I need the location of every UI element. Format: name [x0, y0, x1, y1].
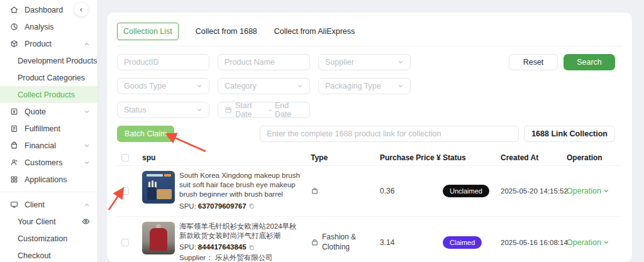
- product-title: 海军领羊毛针织衫女欧洲站2024早秋新款欧货女装时尚洋气打底衫潮: [179, 222, 303, 241]
- sidebar-item-label: Product: [25, 40, 52, 48]
- sidebar-item-financial[interactable]: Financial: [0, 137, 97, 154]
- sidebar-item-your-client[interactable]: Your Client: [0, 213, 97, 230]
- chevron-down-icon: [603, 239, 609, 246]
- home-icon: [10, 6, 19, 14]
- operation-dropdown[interactable]: Operation: [567, 187, 622, 195]
- financial-icon: [10, 141, 19, 150]
- category-select[interactable]: Category: [218, 78, 310, 94]
- tab-bar: Collection List Collect from 1688 Collec…: [117, 23, 622, 46]
- status-select[interactable]: Status: [117, 102, 209, 118]
- chevron-down-icon: [84, 143, 90, 149]
- customers-icon: [10, 158, 19, 167]
- purchase-price: 0.36: [380, 187, 443, 195]
- supplier-value: 乐从外贸有限公司: [215, 253, 273, 262]
- sidebar-item-product[interactable]: Product: [0, 35, 97, 52]
- chevron-up-icon: [84, 41, 90, 47]
- client-monitor-icon: [10, 200, 19, 209]
- sidebar-item-checkout[interactable]: Checkout: [0, 247, 97, 262]
- eye-icon[interactable]: [82, 217, 90, 226]
- tab-collection-list[interactable]: Collection List: [117, 23, 179, 40]
- sidebar-item-analysis[interactable]: Analysis: [0, 18, 97, 35]
- spu-label: SPU:: [179, 243, 196, 252]
- analysis-icon: [10, 23, 19, 31]
- fulfillment-icon: [10, 124, 19, 133]
- sidebar-item-label: Applications: [25, 175, 67, 184]
- sidebar-item-customers[interactable]: Customers: [0, 154, 97, 171]
- sidebar: Dashboard Analysis Product Development P…: [0, 0, 97, 262]
- sidebar-item-product-categories[interactable]: Product Categories: [0, 69, 97, 86]
- sidebar-collapse-button[interactable]: ‹: [74, 3, 88, 16]
- column-header-price: Purchase Price ¥: [380, 153, 443, 162]
- sidebar-item-applications[interactable]: Applications: [0, 171, 97, 188]
- sidebar-item-customization[interactable]: Customization: [0, 230, 97, 247]
- sidebar-item-fulfillment[interactable]: Fulfillment: [0, 120, 97, 137]
- sidebar-item-collect-products[interactable]: Collect Products: [0, 86, 97, 103]
- search-button[interactable]: Search: [564, 54, 615, 70]
- column-header-created: Created At: [501, 153, 567, 162]
- column-header-operation: Operation: [567, 153, 622, 162]
- calendar-icon: [225, 106, 232, 114]
- chevron-down-icon: [397, 59, 404, 65]
- table-row: South Korea Xingdong makeup brush suit s…: [117, 166, 622, 217]
- end-date-placeholder: End Date: [275, 101, 303, 119]
- sidebar-item-label: Quote: [25, 107, 46, 116]
- product-thumbnail: [142, 222, 175, 254]
- copy-icon[interactable]: [248, 203, 255, 209]
- tab-collect-from-aliexpress[interactable]: Collect from AliExpress: [274, 27, 355, 36]
- chevron-down-icon: [84, 160, 90, 166]
- status-badge: Claimed: [443, 236, 482, 249]
- row-checkbox[interactable]: [121, 239, 129, 246]
- copy-icon[interactable]: [248, 244, 255, 251]
- applications-icon: [10, 175, 19, 184]
- batch-claim-button[interactable]: Batch Claim: [117, 126, 174, 142]
- packaging-type-select[interactable]: Packaging Type: [318, 78, 411, 94]
- column-header-type: Type: [311, 153, 380, 162]
- spu-value: 844417643845: [198, 243, 247, 252]
- 1688-link-collection-button[interactable]: 1688 Link Collection: [524, 126, 615, 142]
- sidebar-item-label: Checkout: [18, 251, 51, 260]
- product-name-input[interactable]: [218, 54, 310, 70]
- reset-button[interactable]: Reset: [509, 54, 558, 70]
- supplier-select[interactable]: Supplier: [318, 54, 411, 70]
- select-all-checkbox[interactable]: [121, 154, 129, 161]
- spu-value: 637079609767: [198, 202, 247, 211]
- operation-dropdown[interactable]: Operation: [567, 238, 622, 247]
- start-date-placeholder: Start Date: [235, 101, 266, 119]
- date-separator: -: [269, 106, 272, 114]
- sidebar-item-label: Product Categories: [18, 74, 85, 82]
- collection-table: spu Type Purchase Price ¥ Status Created…: [117, 150, 622, 262]
- filter-panel: Supplier Goods Type Category Packaging T…: [117, 54, 622, 118]
- sidebar-item-label: Customization: [18, 234, 67, 243]
- 1688-link-input[interactable]: [260, 126, 519, 142]
- date-range-picker[interactable]: Start Date - End Date: [218, 102, 310, 118]
- chevron-down-icon: [84, 109, 90, 115]
- sidebar-item-quote[interactable]: Quote: [0, 103, 97, 120]
- sidebar-item-development-products[interactable]: Development Products: [0, 52, 97, 69]
- sidebar-item-label: Client: [25, 200, 45, 209]
- chevron-down-icon: [603, 188, 609, 194]
- sidebar-item-label: Collect Products: [18, 90, 75, 99]
- goods-type-select[interactable]: Goods Type: [117, 78, 209, 94]
- status-badge: Unclaimed: [443, 185, 489, 197]
- main-panel: Collection List Collect from 1688 Collec…: [107, 13, 632, 262]
- tab-collect-from-1688[interactable]: Collect from 1688: [196, 27, 257, 36]
- product-id-input[interactable]: [117, 54, 209, 70]
- sidebar-item-label: Dashboard: [25, 6, 63, 14]
- column-header-spu: spu: [142, 153, 311, 162]
- sidebar-item-label: Customers: [25, 158, 62, 167]
- row-checkbox[interactable]: [121, 187, 129, 195]
- goods-type-label: Fashion & Clothing: [322, 232, 375, 252]
- chevron-down-icon: [297, 83, 303, 89]
- sidebar-item-label: Your Client: [18, 217, 56, 226]
- table-row: 海军领羊毛针织衫女欧洲站2024早秋新款欧货女装时尚洋气打底衫潮 SPU:844…: [117, 217, 622, 262]
- sidebar-item-client[interactable]: Client: [0, 196, 97, 213]
- spu-label: SPU:: [179, 202, 196, 211]
- quote-icon: [10, 107, 19, 116]
- product-icon: [10, 40, 19, 48]
- chevron-up-icon: [84, 202, 90, 208]
- column-header-status: Status: [443, 153, 501, 162]
- sidebar-divider: [0, 192, 97, 192]
- sidebar-item-label: Analysis: [25, 23, 54, 31]
- supplier-label: Supplier：: [179, 253, 213, 262]
- collection-toolbar: Batch Claim 1688 Link Collection: [117, 126, 622, 142]
